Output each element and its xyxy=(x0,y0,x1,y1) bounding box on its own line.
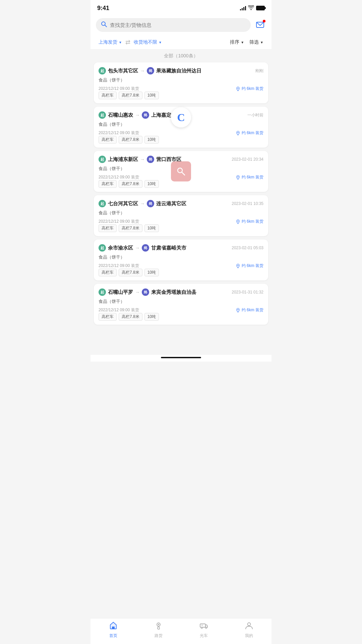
screen-chevron: ▼ xyxy=(260,41,263,44)
sort-label: 排序 xyxy=(230,39,239,45)
load-time: 2022/12/12 09:00 装货 xyxy=(99,263,139,269)
route-card[interactable]: 起 余市渝水区 → 终 甘肃省嘉峪关市 2023-02-01 05:03食品（饼… xyxy=(94,239,268,280)
tag: 高栏7.8米 xyxy=(119,269,142,276)
tag: 10吨 xyxy=(144,269,159,276)
tag: 10吨 xyxy=(144,224,159,232)
end-badge: 终 xyxy=(142,244,149,252)
card-header: 起 包头市其它区 → 终 果洛藏族自治州达日 刚刚 xyxy=(99,67,263,74)
tag: 高栏7.8米 xyxy=(119,92,142,99)
route-to: 连云港其它区 xyxy=(156,201,186,207)
load-time: 2022/12/12 09:00 装货 xyxy=(99,86,139,92)
status-time: 9:41 xyxy=(97,5,109,12)
load-time: 2022/12/12 09:00 装货 xyxy=(99,307,139,313)
card-time: 一小时前 xyxy=(247,112,263,118)
card-goods: 食品（饼干） xyxy=(99,210,263,216)
load-time: 2022/12/12 09:00 装货 xyxy=(99,174,139,180)
start-badge: 起 xyxy=(99,288,106,296)
tag: 10吨 xyxy=(144,136,159,144)
end-badge: 终 xyxy=(142,111,149,119)
departure-filter[interactable]: 上海发货 ▼ xyxy=(96,38,125,47)
card-time: 2023-01-31 01:32 xyxy=(232,290,263,294)
sort-chevron: ▼ xyxy=(241,41,244,44)
svg-point-5 xyxy=(237,176,238,177)
start-badge: 起 xyxy=(99,111,106,119)
route: 起 七台河其它区 → 终 连云港其它区 xyxy=(99,200,230,207)
card-tags: 高栏车高栏7.8米10吨 xyxy=(99,136,159,144)
loading-icon: C xyxy=(177,111,185,124)
card-footer: 高栏车高栏7.8米10吨 xyxy=(99,92,263,99)
route-from: 包头市其它区 xyxy=(108,68,138,74)
card-tags: 高栏车高栏7.8米10吨 xyxy=(99,313,159,321)
tag: 10吨 xyxy=(144,313,159,321)
card-tags: 高栏车高栏7.8米10吨 xyxy=(99,92,159,99)
location-info: 约 6km 装货 xyxy=(236,219,263,224)
svg-point-10 xyxy=(237,309,238,310)
card-tags: 高栏车高栏7.8米10吨 xyxy=(99,224,159,232)
battery-icon xyxy=(256,6,265,10)
sort-filter[interactable]: 排序 ▼ xyxy=(227,38,247,47)
card-goods: 食品（饼干） xyxy=(99,77,263,83)
card-load-row: 2022/12/12 09:00 装货 约 6km 装货 xyxy=(99,86,263,92)
svg-point-4 xyxy=(237,132,238,133)
home-bar xyxy=(90,355,272,362)
arrow-icon: → xyxy=(140,157,145,162)
svg-point-8 xyxy=(237,220,238,221)
search-input-area[interactable] xyxy=(96,18,251,32)
card-footer: 高栏车高栏7.8米10吨 xyxy=(99,313,263,321)
arrow-icon: → xyxy=(140,68,145,73)
arrow-icon: → xyxy=(135,245,140,251)
message-button[interactable] xyxy=(254,19,266,31)
svg-point-9 xyxy=(237,265,238,266)
route-from: 余市渝水区 xyxy=(108,245,133,251)
arrow-icon: → xyxy=(135,112,140,118)
end-badge: 终 xyxy=(147,200,154,207)
route: 起 余市渝水区 → 终 甘肃省嘉峪关市 xyxy=(99,244,230,252)
result-count: 全部（1000条） xyxy=(90,50,272,62)
card-goods: 食品（饼干） xyxy=(99,299,263,305)
filter-bar: 上海发货 ▼ ⇄ 收货地不限 ▼ 排序 ▼ 筛选 ▼ xyxy=(90,35,272,50)
route-card[interactable]: 起 七台河其它区 → 终 连云港其它区 2023-02-01 10:35食品（饼… xyxy=(94,195,268,236)
route-from: 石嘴山惠农 xyxy=(108,112,133,118)
svg-line-7 xyxy=(182,172,185,175)
end-badge: 终 xyxy=(142,288,149,296)
main-content: 全部（1000条） C 起 包头市其它区 → 终 果洛藏族自治州达日 刚刚食品（… xyxy=(90,50,272,355)
tag: 高栏车 xyxy=(99,136,117,144)
route: 起 石嘴山平罗 → 终 来宾金秀瑶族自治县 xyxy=(99,288,230,296)
load-time: 2022/12/12 09:00 装货 xyxy=(99,130,139,136)
departure-chevron: ▼ xyxy=(119,41,122,44)
arrow-icon: → xyxy=(135,289,140,295)
location-info: 约 6km 装货 xyxy=(236,174,263,180)
card-load-row: 2022/12/12 09:00 装货 约 6km 装货 xyxy=(99,263,263,269)
loading-overlay: C xyxy=(171,107,191,127)
route-card[interactable]: 起 石嘴山平罗 → 终 来宾金秀瑶族自治县 2023-01-31 01:32食品… xyxy=(94,284,268,325)
svg-line-1 xyxy=(105,25,107,27)
screen-filter[interactable]: 筛选 ▼ xyxy=(247,38,266,47)
search-input[interactable] xyxy=(110,22,246,28)
tag: 高栏车 xyxy=(99,92,117,99)
card-load-row: 2022/12/12 09:00 装货 约 6km 装货 xyxy=(99,219,263,224)
result-prefix: 全部（ xyxy=(164,53,178,58)
card-time: 2023-02-01 20:34 xyxy=(232,157,263,162)
route-to: 甘肃省嘉峪关市 xyxy=(151,245,186,251)
card-footer: 高栏车高栏7.8米10吨 xyxy=(99,269,263,276)
card-footer: 高栏车高栏7.8米10吨 xyxy=(99,224,263,232)
card-load-row: 2022/12/12 09:00 装货 约 6km 装货 xyxy=(99,307,263,313)
card-header: 起 石嘴山平罗 → 终 来宾金秀瑶族自治县 2023-01-31 01:32 xyxy=(99,288,263,296)
search-icon xyxy=(101,21,107,29)
route-card[interactable]: 起 包头市其它区 → 终 果洛藏族自治州达日 刚刚食品（饼干） 2022/12/… xyxy=(94,62,268,103)
tag: 高栏车 xyxy=(99,224,117,232)
destination-filter[interactable]: 收货地不限 ▼ xyxy=(131,38,165,47)
card-wrapper-2: 起 上海浦东新区 → 终 营口西市区 2023-02-01 20:34食品（饼干… xyxy=(94,151,268,192)
card-wrapper-4: 起 余市渝水区 → 终 甘肃省嘉峪关市 2023-02-01 05:03食品（饼… xyxy=(94,239,268,280)
svg-point-6 xyxy=(178,168,182,173)
departure-label: 上海发货 xyxy=(99,39,117,45)
card-header: 起 七台河其它区 → 终 连云港其它区 2023-02-01 10:35 xyxy=(99,200,263,207)
card-header: 起 余市渝水区 → 终 甘肃省嘉峪关市 2023-02-01 05:03 xyxy=(99,244,263,252)
search-overlay xyxy=(171,161,191,181)
loading-circle: C xyxy=(171,107,191,127)
message-dot xyxy=(263,20,265,22)
card-time: 2023-02-01 10:35 xyxy=(232,201,263,206)
status-icons xyxy=(240,5,265,11)
start-badge: 起 xyxy=(99,244,106,252)
route-to: 上海嘉定 xyxy=(151,112,171,118)
